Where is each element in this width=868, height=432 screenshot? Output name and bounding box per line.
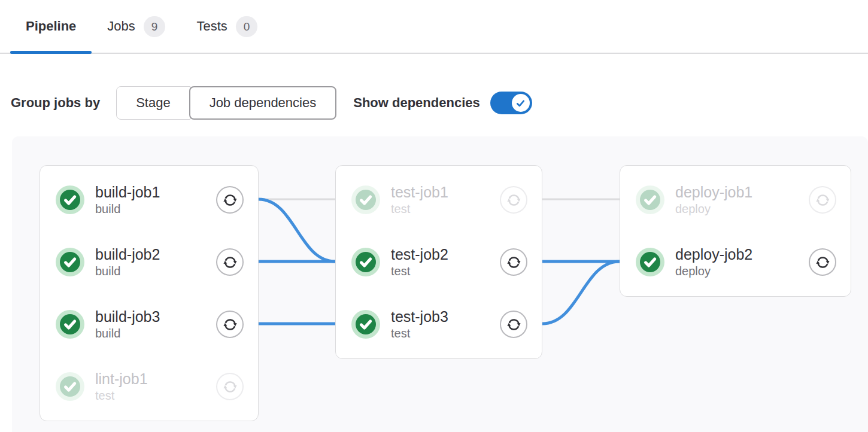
tab-pipeline[interactable]: Pipeline xyxy=(10,0,92,53)
job-name: build-job2 xyxy=(95,245,160,263)
job-link-test-job3[interactable]: test-job3test xyxy=(351,308,448,341)
tests-count-badge: 0 xyxy=(236,16,258,37)
job-name: build-job3 xyxy=(95,308,160,325)
dependency-link-highlighted xyxy=(259,199,335,261)
job-row-lint-job1: lint-job1test xyxy=(40,355,258,418)
job-row-test-job2: test-job2test xyxy=(336,231,542,293)
retry-job-button[interactable] xyxy=(500,248,527,276)
group-by-job-dependencies-button[interactable]: Job dependencies xyxy=(189,86,337,120)
job-stage: build xyxy=(95,202,160,217)
job-group-card: deploy-job1deploy deploy-job2deploy xyxy=(620,165,851,297)
job-link-build-job3[interactable]: build-job3build xyxy=(56,308,160,341)
status-success-icon xyxy=(56,248,84,276)
job-name: build-job1 xyxy=(95,183,160,201)
job-name: deploy-job2 xyxy=(675,245,752,263)
toggle-knob xyxy=(512,94,530,112)
show-dependencies-label: Show dependencies xyxy=(353,95,480,111)
status-success-icon xyxy=(636,185,664,214)
graph-controls: Group jobs by Stage Job dependencies Sho… xyxy=(11,86,532,120)
job-name: deploy-job1 xyxy=(675,183,752,201)
tab-pipeline-label: Pipeline xyxy=(26,19,76,34)
job-stage: test xyxy=(391,264,448,279)
job-name: lint-job1 xyxy=(95,370,148,388)
job-row-deploy-job1: deploy-job1deploy xyxy=(620,169,851,231)
jobs-count-badge: 9 xyxy=(144,16,166,37)
job-row-test-job1: test-job1test xyxy=(336,169,542,231)
status-success-icon xyxy=(56,185,84,214)
job-stage: test xyxy=(95,388,148,403)
pipeline-page: Pipeline Jobs 9 Tests 0 Group jobs by St… xyxy=(0,0,868,432)
job-link-deploy-job1[interactable]: deploy-job1deploy xyxy=(636,183,752,217)
show-dependencies-toggle[interactable] xyxy=(490,92,532,114)
retry-job-button[interactable] xyxy=(216,311,244,338)
job-row-deploy-job2: deploy-job2deploy xyxy=(620,231,851,293)
group-jobs-by-label: Group jobs by xyxy=(11,95,100,111)
dependency-link-highlighted xyxy=(542,261,620,324)
job-stage: deploy xyxy=(675,202,752,217)
job-link-build-job1[interactable]: build-job1build xyxy=(56,183,160,217)
retry-job-button[interactable] xyxy=(500,311,527,338)
job-link-lint-job1[interactable]: lint-job1test xyxy=(56,370,148,403)
job-stage: test xyxy=(391,202,448,217)
job-row-build-job3: build-job3build xyxy=(40,293,258,355)
status-success-icon xyxy=(56,310,84,339)
status-success-icon xyxy=(351,248,380,276)
job-link-build-job2[interactable]: build-job2build xyxy=(56,245,160,279)
group-by-stage-button[interactable]: Stage xyxy=(116,86,190,120)
job-group-card: build-job1build build-job2build build- xyxy=(40,165,259,421)
job-group-card: test-job1test test-job2test test-job3t xyxy=(335,165,542,359)
job-name: test-job3 xyxy=(391,308,448,325)
group-jobs-by-segmented-control: Stage Job dependencies xyxy=(116,86,336,120)
pipeline-graph: build-job1build build-job2build build- xyxy=(12,136,868,432)
job-row-test-job3: test-job3test xyxy=(336,293,542,355)
tab-jobs[interactable]: Jobs 9 xyxy=(92,0,181,53)
job-name: test-job2 xyxy=(391,245,448,263)
check-icon xyxy=(515,98,526,109)
retry-job-button[interactable] xyxy=(216,186,244,214)
job-link-test-job2[interactable]: test-job2test xyxy=(351,245,448,279)
status-success-icon xyxy=(56,372,84,401)
status-success-icon xyxy=(636,248,664,276)
pipeline-tabs: Pipeline Jobs 9 Tests 0 xyxy=(0,0,868,54)
tab-tests[interactable]: Tests 0 xyxy=(181,0,273,53)
retry-job-button[interactable] xyxy=(809,248,836,276)
job-name: test-job1 xyxy=(391,183,448,201)
job-link-deploy-job2[interactable]: deploy-job2deploy xyxy=(636,245,752,279)
job-row-build-job2: build-job2build xyxy=(40,231,258,293)
retry-job-button xyxy=(216,373,244,400)
retry-job-button xyxy=(809,186,836,214)
tab-jobs-label: Jobs xyxy=(107,19,135,34)
tab-tests-label: Tests xyxy=(196,19,227,34)
job-link-test-job1[interactable]: test-job1test xyxy=(351,183,448,217)
job-stage: deploy xyxy=(675,264,752,279)
status-success-icon xyxy=(351,310,380,339)
job-stage: test xyxy=(391,326,448,341)
retry-job-button xyxy=(500,186,527,214)
job-stage: build xyxy=(95,264,160,279)
status-success-icon xyxy=(351,185,380,214)
job-stage: build xyxy=(95,326,160,341)
retry-job-button[interactable] xyxy=(216,248,244,276)
job-row-build-job1: build-job1build xyxy=(40,169,258,231)
